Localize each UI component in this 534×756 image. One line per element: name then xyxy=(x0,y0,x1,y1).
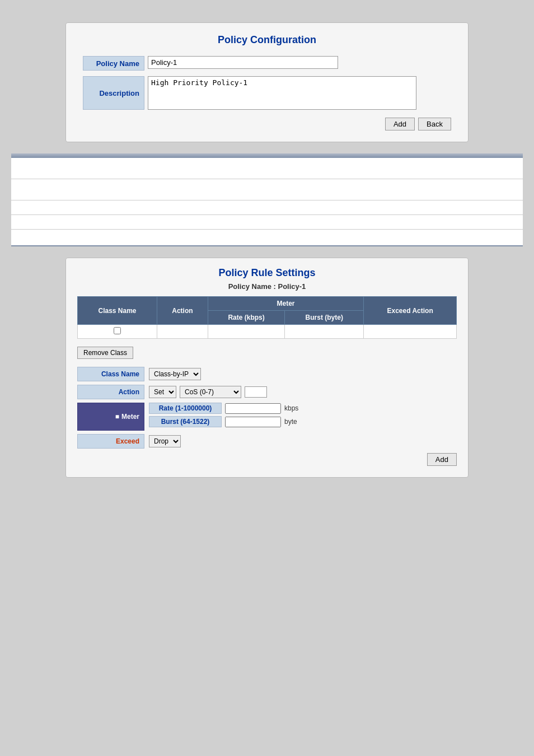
blank-row-4 xyxy=(11,215,523,230)
policy-config-btn-row: Add Back xyxy=(83,118,451,130)
description-label: Description xyxy=(83,76,144,110)
action-controls: Set CoS (0-7) xyxy=(149,386,267,398)
policy-config-panel: Policy Configuration Policy Name Descrip… xyxy=(65,22,469,142)
policy-rule-name-line: Policy Name : Policy-1 xyxy=(77,282,457,291)
action-value-input[interactable] xyxy=(245,386,267,398)
col-action: Action xyxy=(157,297,208,325)
rate-unit: kbps xyxy=(284,404,298,412)
meter-form-label: ■ Meter xyxy=(77,403,144,431)
policy-rule-title: Policy Rule Settings xyxy=(77,267,457,279)
policy-name-input[interactable] xyxy=(148,56,338,69)
rule-form: Class Name Class-by-IP Action Set CoS (0… xyxy=(77,367,457,466)
action-form-row: Action Set CoS (0-7) xyxy=(77,385,457,399)
blank-row-2 xyxy=(11,179,523,200)
row-rate-cell xyxy=(208,325,285,339)
action-set-select[interactable]: Set xyxy=(149,386,176,398)
blank-row-5 xyxy=(11,230,523,246)
row-checkbox[interactable] xyxy=(114,327,121,334)
class-name-form-label: Class Name xyxy=(77,367,144,381)
col-meter: Meter xyxy=(208,297,363,311)
action-type-select[interactable]: CoS (0-7) xyxy=(180,386,241,398)
rule-add-button[interactable]: Add xyxy=(427,453,457,466)
rate-subrow: Rate (1-1000000) kbps xyxy=(149,403,298,414)
meter-form-row: ■ Meter Rate (1-1000000) kbps Burst (64-… xyxy=(77,403,457,431)
policy-name-label: Policy Name xyxy=(83,56,144,71)
blank-row-3 xyxy=(11,200,523,215)
burst-input[interactable] xyxy=(225,417,281,427)
exceed-form-row: Exceed Drop xyxy=(77,434,457,449)
remove-class-button[interactable]: Remove Class xyxy=(77,347,133,359)
blank-table-area xyxy=(11,158,523,246)
policy-rule-panel: Policy Rule Settings Policy Name : Polic… xyxy=(65,258,469,478)
row-exceed-cell xyxy=(364,325,457,339)
back-button[interactable]: Back xyxy=(418,118,451,130)
meter-controls: Rate (1-1000000) kbps Burst (64-1522) by… xyxy=(149,403,298,427)
rule-add-row: Add xyxy=(77,453,457,466)
col-burst: Burst (byte) xyxy=(285,311,364,325)
class-name-controls: Class-by-IP xyxy=(149,368,201,380)
col-rate: Rate (kbps) xyxy=(208,311,285,325)
class-name-select[interactable]: Class-by-IP xyxy=(149,368,201,380)
burst-label: Burst (64-1522) xyxy=(149,416,222,427)
separator-bar xyxy=(11,153,523,158)
description-textarea[interactable]: High Priority Policy-1 xyxy=(148,76,416,110)
exceed-controls: Drop xyxy=(149,435,181,447)
blank-row-1 xyxy=(11,158,523,179)
burst-unit: byte xyxy=(284,418,297,426)
rule-table: Class Name Action Meter Exceed Action Ra… xyxy=(77,296,457,339)
col-exceed-action: Exceed Action xyxy=(364,297,457,325)
exceed-select[interactable]: Drop xyxy=(149,435,181,447)
description-row: Description High Priority Policy-1 xyxy=(83,76,451,110)
policy-name-row: Policy Name xyxy=(83,56,451,71)
burst-subrow: Burst (64-1522) byte xyxy=(149,416,298,427)
row-action-cell xyxy=(157,325,208,339)
class-name-form-row: Class Name Class-by-IP xyxy=(77,367,457,381)
table-row-empty xyxy=(78,325,457,339)
action-form-label: Action xyxy=(77,385,144,399)
row-burst-cell xyxy=(285,325,364,339)
add-button[interactable]: Add xyxy=(385,118,415,130)
policy-config-title: Policy Configuration xyxy=(83,34,451,46)
col-class-name: Class Name xyxy=(78,297,157,325)
rate-label: Rate (1-1000000) xyxy=(149,403,222,414)
rate-input[interactable] xyxy=(225,403,281,414)
exceed-form-label: Exceed xyxy=(77,434,144,449)
